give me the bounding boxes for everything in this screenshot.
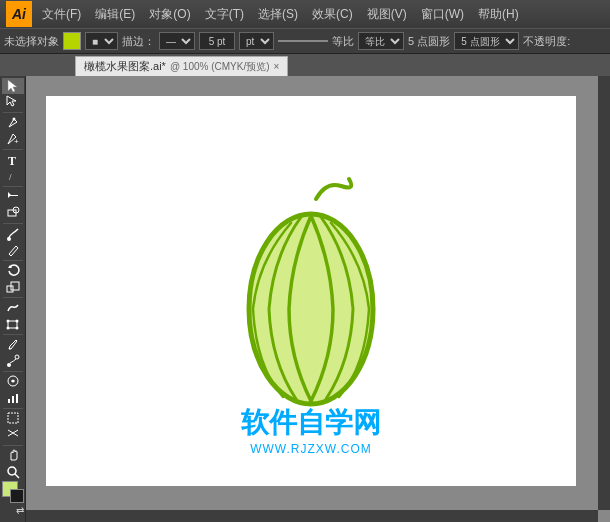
foreground-bg-colors[interactable] <box>2 481 24 503</box>
menu-file[interactable]: 文件(F) <box>36 4 87 25</box>
stroke-line-preview <box>278 40 328 42</box>
color-swatches: ⇄ <box>2 481 24 520</box>
toolbar-separator-3 <box>3 186 23 187</box>
main-area: + T / <box>0 76 610 522</box>
left-toolbar: + T / <box>0 76 26 522</box>
selection-tool-btn[interactable] <box>2 78 24 94</box>
title-bar: Ai 文件(F) 编辑(E) 对象(O) 文字(T) 选择(S) 效果(C) 视… <box>0 0 610 28</box>
vertical-type-tool-btn[interactable]: / <box>2 169 24 185</box>
point-shape-select[interactable]: 5 点圆形 <box>454 32 519 50</box>
menu-object[interactable]: 对象(O) <box>143 4 196 25</box>
no-selection-label: 未选择对象 <box>4 34 59 49</box>
tab-zoom-mode: @ 100% (CMYK/预览) <box>170 60 270 74</box>
fill-color-swatch[interactable] <box>63 32 81 50</box>
svg-text:T: T <box>8 154 16 167</box>
scale-tool-btn[interactable] <box>2 279 24 295</box>
svg-marker-1 <box>7 96 16 106</box>
vertical-scrollbar[interactable] <box>598 76 610 510</box>
svg-text:+: + <box>14 137 19 146</box>
toolbar-separator-6 <box>3 297 23 298</box>
equal-ratio-label: 等比 <box>332 34 354 49</box>
menu-effect[interactable]: 效果(C) <box>306 4 359 25</box>
svg-point-16 <box>15 320 18 323</box>
menu-select[interactable]: 选择(S) <box>252 4 304 25</box>
column-chart-btn[interactable] <box>2 390 24 406</box>
opacity-label: 不透明度: <box>523 34 570 49</box>
svg-rect-22 <box>8 399 10 403</box>
stroke-label: 描边： <box>122 34 155 49</box>
svg-point-26 <box>8 467 16 475</box>
rect-tool-btn[interactable] <box>2 205 24 221</box>
svg-point-19 <box>7 363 11 367</box>
menu-bar: 文件(F) 编辑(E) 对象(O) 文字(T) 选择(S) 效果(C) 视图(V… <box>36 4 525 25</box>
point-shape-label: 5 点圆形 <box>408 34 450 49</box>
svg-line-27 <box>15 474 19 478</box>
type-tool-btn[interactable]: T <box>2 152 24 168</box>
toolbar-separator-2 <box>3 149 23 150</box>
canvas-paper: 软件自学网 WWW.RJZXW.COM <box>46 96 576 486</box>
background-color[interactable] <box>10 489 24 503</box>
menu-window[interactable]: 窗口(W) <box>415 4 470 25</box>
watermark-sub-text: WWW.RJZXW.COM <box>241 442 381 456</box>
tab-title: 橄榄水果图案.ai* <box>84 59 166 74</box>
direct-selection-tool-btn[interactable] <box>2 95 24 111</box>
stroke-width-input[interactable] <box>199 32 235 50</box>
toolbar-separator-10 <box>3 445 23 446</box>
eyedropper-tool-btn[interactable] <box>2 337 24 353</box>
tab-close-button[interactable]: × <box>274 61 280 72</box>
toolbar-separator-9 <box>3 408 23 409</box>
toolbar-separator-5 <box>3 260 23 261</box>
paintbrush-tool-btn[interactable] <box>2 226 24 242</box>
symbol-tool-btn[interactable] <box>2 374 24 390</box>
svg-point-18 <box>15 327 18 330</box>
warp-tool-btn[interactable] <box>2 300 24 316</box>
document-tab[interactable]: 橄榄水果图案.ai* @ 100% (CMYK/预览) × <box>75 56 288 76</box>
svg-marker-0 <box>8 80 17 92</box>
svg-rect-25 <box>8 413 18 423</box>
zoom-tool-btn[interactable] <box>2 464 24 480</box>
melon-svg <box>201 161 421 421</box>
app-logo: Ai <box>6 1 32 27</box>
svg-point-20 <box>15 355 19 359</box>
menu-edit[interactable]: 编辑(E) <box>89 4 141 25</box>
stroke-pt-select[interactable]: pt <box>239 32 274 50</box>
stroke-type-select[interactable]: — <box>159 32 195 50</box>
tab-bar: 橄榄水果图案.ai* @ 100% (CMYK/预览) × <box>0 54 610 76</box>
svg-rect-23 <box>12 396 14 403</box>
free-transform-btn[interactable] <box>2 316 24 332</box>
slice-tool-btn[interactable] <box>2 427 24 443</box>
menu-text[interactable]: 文字(T) <box>199 4 250 25</box>
svg-marker-7 <box>8 192 11 198</box>
menu-view[interactable]: 视图(V) <box>361 4 413 25</box>
options-bar: 未选择对象 ■ 描边： — pt 等比 等比 5 点圆形 5 点圆形 不透明度: <box>0 28 610 54</box>
rotate-tool-btn[interactable] <box>2 263 24 279</box>
svg-point-17 <box>6 327 9 330</box>
svg-point-2 <box>12 117 15 120</box>
menu-help[interactable]: 帮助(H) <box>472 4 525 25</box>
blend-tool-btn[interactable] <box>2 353 24 369</box>
toolbar-separator-7 <box>3 334 23 335</box>
svg-text:/: / <box>9 172 12 182</box>
artboard-tool-btn[interactable] <box>2 411 24 427</box>
pen-tool-btn[interactable] <box>2 115 24 131</box>
svg-point-15 <box>6 320 9 323</box>
hand-tool-btn[interactable] <box>2 448 24 464</box>
svg-rect-24 <box>16 394 18 403</box>
line-tool-btn[interactable] <box>2 189 24 205</box>
pencil-tool-btn[interactable] <box>2 242 24 258</box>
toolbar-separator-4 <box>3 223 23 224</box>
melon-illustration: 软件自学网 WWW.RJZXW.COM <box>46 96 576 486</box>
svg-rect-14 <box>8 321 17 328</box>
svg-rect-12 <box>7 286 13 292</box>
toolbar-separator-8 <box>3 371 23 372</box>
swap-colors-btn[interactable]: ⇄ <box>2 505 24 516</box>
pen-add-tool-btn[interactable]: + <box>2 132 24 148</box>
horizontal-scrollbar[interactable] <box>26 510 598 522</box>
toolbar-separator-1 <box>3 112 23 113</box>
ratio-select[interactable]: 等比 <box>358 32 404 50</box>
fill-type-select[interactable]: ■ <box>85 32 118 50</box>
canvas-area: 软件自学网 WWW.RJZXW.COM <box>26 76 610 522</box>
svg-point-10 <box>7 237 11 241</box>
